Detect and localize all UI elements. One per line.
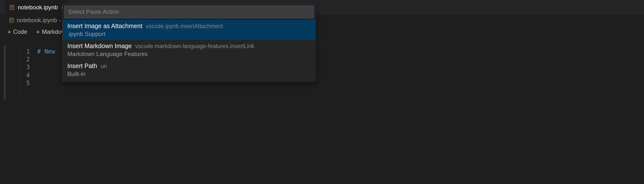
quickpick-item-detail: Built-in (67, 70, 310, 78)
quickpick-input[interactable] (64, 6, 313, 18)
quickpick-item-label: Insert Path (67, 62, 97, 70)
toolbar-code-label: Code (13, 28, 27, 35)
quickpick-item-detail: Markdown Language Features (67, 50, 310, 58)
line-number: 1 (20, 48, 37, 55)
tab-notebook[interactable]: notebook.ipynb › (5, 0, 67, 15)
breadcrumb-item[interactable]: notebook.ipynb › (9, 17, 61, 24)
quickpick-item-label: Insert Image as Attachment (67, 22, 142, 30)
line-number: 5 (20, 80, 37, 86)
chevron-right-icon: › (60, 18, 61, 23)
notebook-icon (9, 5, 15, 10)
quickpick-list: Insert Image as Attachment vscode.ipynb.… (62, 20, 315, 82)
plus-icon: + (36, 28, 40, 36)
quickpick-item-detail: .ipynb Support (67, 30, 310, 38)
line-content: # New (37, 48, 55, 55)
line-number: 3 (20, 64, 37, 71)
quickpick-item[interactable]: Insert Image as Attachment vscode.ipynb.… (62, 20, 315, 40)
line-number: 2 (20, 56, 37, 63)
plus-icon: + (8, 28, 11, 36)
quickpick-item-description: uri (100, 63, 107, 70)
breadcrumb-label: notebook.ipynb (17, 17, 57, 24)
quickpick: Insert Image as Attachment vscode.ipynb.… (62, 4, 316, 82)
quickpick-item-description: vscode.ipynb.insertAttachment (146, 23, 223, 30)
quickpick-item[interactable]: Insert Markdown Image vscode.markdown-la… (62, 40, 315, 60)
add-code-cell-button[interactable]: + Code (4, 27, 30, 37)
quickpick-item-label: Insert Markdown Image (67, 42, 132, 50)
line-number: 4 (20, 72, 37, 79)
quickpick-item-description: vscode.markdown-language-features.insert… (135, 43, 254, 50)
quickpick-item[interactable]: Insert Path uri Built-in (62, 60, 315, 80)
cell-focus-indicator (4, 46, 6, 100)
tab-label: notebook.ipynb (18, 4, 58, 11)
notebook-icon (9, 18, 14, 23)
